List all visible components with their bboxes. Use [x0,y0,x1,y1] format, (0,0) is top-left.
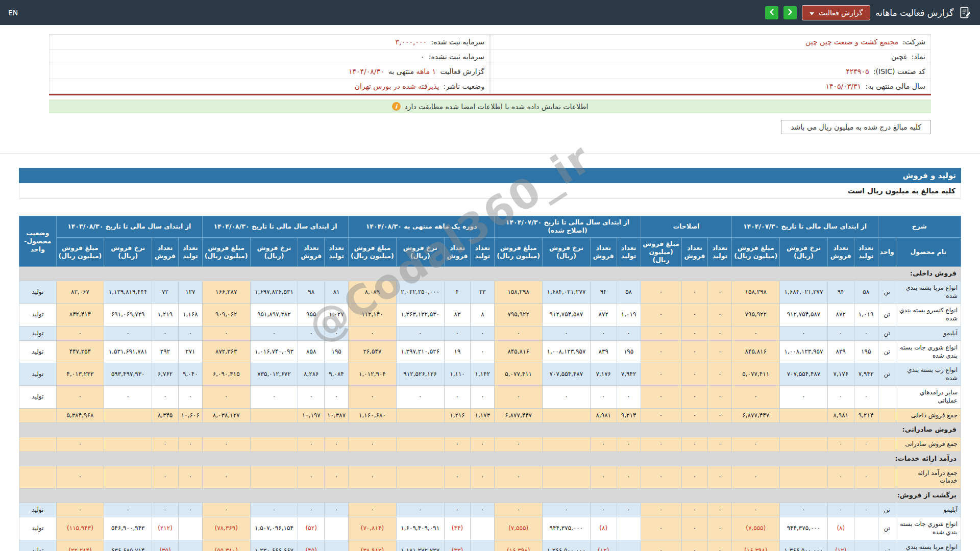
status-cell: تولید [19,540,57,551]
value-cell: ۰ [827,437,854,452]
value-cell: ۸۷۲ [590,304,617,326]
info-value: ۳,۰۰۰,۰۰۰ [395,38,427,46]
value-cell: ۶,۸۷۷,۴۴۷ [732,408,780,423]
value-cell: ۰ [298,466,325,488]
value-cell [250,408,298,423]
value-cell: ۰ [178,386,202,408]
report-type-button[interactable]: گزارش فعالیت [802,5,871,20]
value-cell: ۱,۲۱۹ [152,304,179,326]
value-cell: ۰ [349,437,397,452]
info-value: ۱ ماهه [416,67,436,76]
value-cell: ۴ [444,281,471,304]
value-cell: ۰ [495,437,543,452]
value-cell: ۸۱ [325,281,349,304]
unit-cell: تن [878,326,896,341]
value-cell: ۰ [732,503,780,517]
info-value: غچین [891,53,907,61]
section-row: فروش داخلی: [19,267,961,281]
value-cell: ۰ [396,386,444,408]
previous-report-button[interactable] [765,6,778,19]
value-cell: ۹۱۲,۷۵۴,۵۸۷ [780,304,828,326]
column-group: دوره یک ماهه منتهی به ۱۴۰۴/۰۸/۳۰ [349,216,495,238]
table-row: جمع فروش صادراتی۰۰۰۰۰۰۰۰۰۰۰۰۰۰۰۰۰۰ [19,437,961,452]
value-cell: ۸۴۵,۸۱۶ [732,341,780,363]
report-type-label: گزارش فعالیت [819,9,863,17]
value-cell: ۹۸ [298,281,325,304]
value-cell: ۰ [56,437,104,452]
next-report-button[interactable] [783,6,797,19]
page-title: گزارش فعالیت ماهانه [875,8,953,18]
value-cell: (۷۸,۳۶۹) [202,517,250,540]
value-cell: ۱۹۵ [854,341,878,363]
value-cell: ۹۱۲,۷۵۴,۵۸۷ [543,304,591,326]
value-cell: ۰ [708,517,732,540]
column-sub: تعداد تولید [617,237,641,267]
value-cell: ۰ [444,437,471,452]
value-cell: ۸۷۲,۳۶۳ [202,341,250,363]
info-row: شرکت: مجتمع کشت و صنعت چین چین [491,35,931,49]
info-row: نماد: غچین [491,49,931,64]
language-toggle[interactable]: EN [8,9,18,17]
value-cell: ۰ [349,326,397,341]
value-cell: (۱۶,۳۹۸) [495,540,543,551]
value-cell: ۰ [708,408,732,423]
column-sub: مبلغ فروش (میلیون ریال) [495,237,543,267]
value-cell [780,466,828,488]
value-cell: ۹,۰۴۰ [178,363,202,386]
table-row: آبلیموتن۰۰۰۰۰۰۰۰۰۰۰۰۰۰۰۰۰۰۰۰۰۰۰تولید [19,326,961,341]
table-row: انواع مربا بسته بندي شدهتن۵۸۹۴۱,۶۸۴,۰۲۱,… [19,281,961,304]
value-cell: ۰ [590,503,617,517]
value-cell: ۵۸ [854,281,878,304]
value-cell: ۰ [641,437,681,452]
section-divider [0,154,980,154]
column-sub: تعداد تولید [178,237,202,267]
value-cell [178,540,202,551]
info-label: شرکت: [902,38,925,46]
value-cell [780,437,828,452]
value-cell: ۰ [298,386,325,408]
info-row: وضعیت ناشر: پذیرفته شده در بورس تهران [50,79,490,94]
value-cell: ۰ [495,503,543,517]
value-cell [325,540,349,551]
table-row: انواع کنسرو بسته بندي شدهتن۱,۰۱۹۸۷۲۹۱۲,۷… [19,304,961,326]
value-cell: ۵۴۶,۹۰۰,۹۴۳ [104,517,152,540]
value-cell: ۱۹۵ [325,341,349,363]
unit-cell [878,408,896,423]
value-cell: ۰ [152,386,179,408]
value-cell: ۱,۳۹۷,۲۱۰,۵۲۶ [396,341,444,363]
value-cell: ۱۹ [444,341,471,363]
value-cell: ۰ [104,386,152,408]
value-cell: ۰ [854,326,878,341]
value-cell: ۰ [495,326,543,341]
value-cell: ۱,۰۰۸,۱۲۳,۹۵۷ [543,341,591,363]
status-cell [19,408,57,423]
value-cell: (۸) [827,517,854,540]
production-table: شرحاز ابتدای سال مالی تا تاریخ ۱۴۰۴/۰۷/۳… [19,216,961,551]
value-cell: ۱,۱۶۸ [178,304,202,326]
table-row: جمع فروش داخلی۹,۲۱۴۸,۹۸۱۶,۸۷۷,۴۴۷۰۰۰۹,۲۱… [19,408,961,423]
value-cell: ۰ [617,437,641,452]
unit-cell: تن [878,517,896,540]
value-cell: ۰ [827,503,854,517]
value-cell: ۰ [202,386,250,408]
value-cell: ۰ [104,326,152,341]
value-cell: ۰ [681,540,708,551]
value-cell: ۰ [681,503,708,517]
signature-notice: اطلاعات نمایش داده شده با اطلاعات امضا ش… [49,99,931,113]
value-cell: ۷,۹۴۲ [617,363,641,386]
column-sub: تعداد فروش [590,237,617,267]
column-group: از ابتدای سال مالی تا تاریخ ۱۴۰۴/۰۷/۳۰ [732,216,878,238]
value-cell [780,408,828,423]
value-cell: ۰ [471,503,495,517]
value-cell: ۱,۰۲۷ [325,304,349,326]
value-cell: ۰ [56,326,104,341]
info-value: ۱۴۰۵/۰۳/۳۱ [826,82,862,90]
value-cell: ۷۰۷,۵۵۴,۴۸۷ [543,363,591,386]
value-cell: ۹۵۱,۸۹۷,۳۸۲ [250,304,298,326]
column-product: نام محصول [896,237,961,267]
unit-cell: تن [878,503,896,517]
value-cell [617,540,641,551]
value-cell: (۷,۵۵۵) [495,517,543,540]
info-label: کد صنعت (ISIC): [873,67,925,76]
value-cell: ۰ [349,386,397,408]
